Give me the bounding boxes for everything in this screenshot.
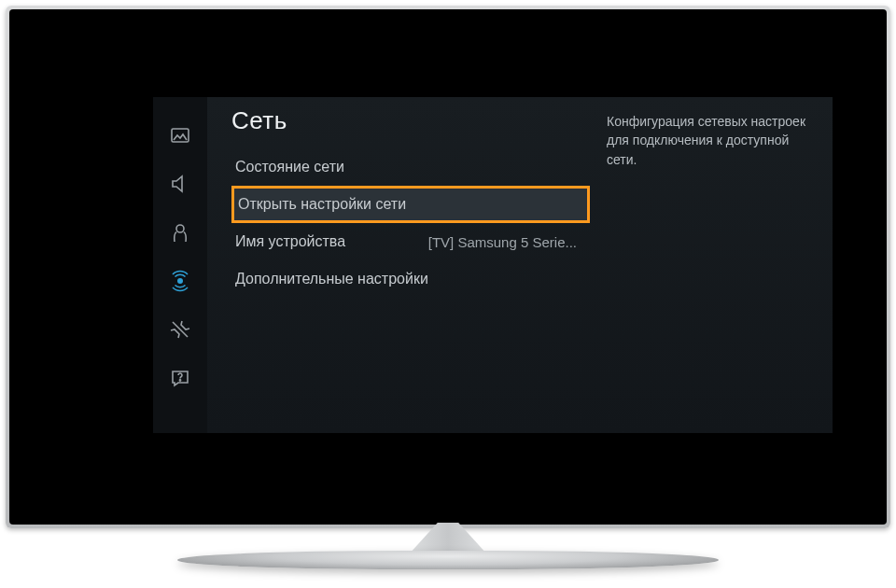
broadcast-icon[interactable]	[168, 220, 192, 245]
svg-point-1	[176, 225, 184, 232]
tv-screen: Сеть Состояние сети Открыть настройки се…	[22, 22, 874, 511]
menu-device-name[interactable]: Имя устройства [TV] Samsung 5 Serie...	[231, 223, 590, 260]
tv-bezel: Сеть Состояние сети Открыть настройки се…	[9, 9, 887, 525]
sound-icon[interactable]	[168, 172, 192, 196]
section-title: Сеть	[231, 106, 590, 135]
tv-frame: Сеть Состояние сети Открыть настройки се…	[6, 6, 890, 528]
picture-icon[interactable]	[168, 123, 192, 147]
menu-item-label: Открыть настройки сети	[238, 196, 406, 213]
svg-point-3	[179, 380, 180, 381]
menu-item-label: Дополнительные настройки	[235, 271, 428, 287]
menu-open-network-settings[interactable]: Открыть настройки сети	[231, 186, 590, 223]
svg-point-2	[178, 279, 182, 283]
menu-advanced-settings[interactable]: Дополнительные настройки	[231, 260, 590, 298]
support-icon[interactable]	[168, 366, 192, 390]
settings-menu: Сеть Состояние сети Открыть настройки се…	[207, 97, 590, 433]
settings-description: Конфигурация сетевых настроек для подклю…	[590, 97, 833, 433]
menu-network-status[interactable]: Состояние сети	[231, 148, 590, 186]
menu-item-label: Состояние сети	[235, 159, 344, 175]
settings-sidebar	[153, 97, 207, 433]
menu-item-value: [TV] Samsung 5 Serie...	[428, 234, 577, 250]
settings-panel: Сеть Состояние сети Открыть настройки се…	[153, 97, 833, 433]
tv-stand-base	[177, 551, 719, 569]
network-icon[interactable]	[168, 269, 192, 293]
system-icon[interactable]	[168, 317, 192, 342]
menu-item-label: Имя устройства	[235, 233, 345, 250]
